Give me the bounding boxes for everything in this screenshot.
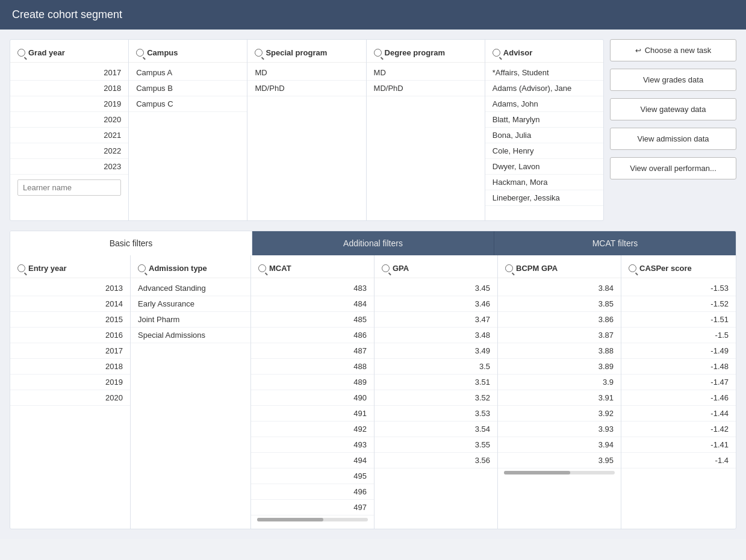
list-item[interactable]: -1.5 bbox=[621, 328, 736, 343]
gpa-label: GPA bbox=[393, 264, 409, 273]
bcpm-scrollbar-track[interactable] bbox=[504, 471, 615, 474]
view-grades-button[interactable]: View grades data bbox=[610, 69, 736, 91]
list-item[interactable]: -1.41 bbox=[621, 437, 736, 453]
list-item[interactable]: Adams (Advisor), Jane bbox=[485, 81, 603, 96]
list-item[interactable]: 3.91 bbox=[498, 390, 621, 406]
list-item[interactable]: -1.53 bbox=[621, 281, 736, 296]
list-item[interactable]: 483 bbox=[251, 281, 374, 296]
list-item[interactable]: 3.49 bbox=[375, 343, 497, 359]
list-item[interactable]: 2020 bbox=[10, 390, 130, 406]
list-item[interactable]: 3.84 bbox=[498, 281, 621, 296]
list-item[interactable]: 3.45 bbox=[375, 281, 497, 296]
choose-new-task-button[interactable]: ↩ Choose a new task bbox=[610, 39, 736, 61]
list-item[interactable]: Early Assurance bbox=[131, 296, 250, 312]
list-item[interactable]: 497 bbox=[251, 500, 374, 515]
list-item[interactable]: 2015 bbox=[10, 312, 130, 328]
list-item[interactable]: Lineberger, Jessika bbox=[485, 190, 603, 206]
list-item[interactable]: -1.46 bbox=[621, 390, 736, 406]
list-item[interactable]: MD/PhD bbox=[367, 81, 485, 96]
list-item[interactable]: 495 bbox=[251, 468, 374, 484]
casper-score-header: CASPer score bbox=[621, 260, 736, 278]
learner-name-input[interactable] bbox=[17, 179, 121, 196]
list-item[interactable]: 2018 bbox=[10, 359, 130, 375]
list-item[interactable]: 3.48 bbox=[375, 328, 497, 343]
list-item[interactable]: Special Admissions bbox=[131, 328, 250, 343]
list-item[interactable]: 491 bbox=[251, 406, 374, 422]
list-item[interactable]: 3.52 bbox=[375, 390, 497, 406]
list-item[interactable]: Hackman, Mora bbox=[485, 175, 603, 190]
tab-additional[interactable]: Additional filters bbox=[252, 231, 494, 255]
list-item[interactable]: 486 bbox=[251, 328, 374, 343]
list-item[interactable]: 3.87 bbox=[498, 328, 621, 343]
list-item[interactable]: 2019 bbox=[10, 96, 128, 112]
list-item[interactable]: Cole, Henry bbox=[485, 143, 603, 159]
list-item[interactable]: *Affairs, Student bbox=[485, 65, 603, 81]
list-item[interactable]: MD/PhD bbox=[247, 81, 365, 96]
list-item[interactable]: 3.55 bbox=[375, 437, 497, 453]
list-item[interactable]: 3.56 bbox=[375, 453, 497, 468]
list-item[interactable]: 490 bbox=[251, 390, 374, 406]
list-item[interactable]: Adams, John bbox=[485, 96, 603, 112]
list-item[interactable]: 3.85 bbox=[498, 296, 621, 312]
list-item[interactable]: 492 bbox=[251, 422, 374, 437]
list-item[interactable]: 2021 bbox=[10, 128, 128, 143]
list-item[interactable]: Campus B bbox=[129, 81, 247, 96]
list-item[interactable]: 2017 bbox=[10, 343, 130, 359]
list-item[interactable]: 3.46 bbox=[375, 296, 497, 312]
list-item[interactable]: 485 bbox=[251, 312, 374, 328]
list-item[interactable]: -1.44 bbox=[621, 406, 736, 422]
view-admission-button[interactable]: View admission data bbox=[610, 128, 736, 150]
gpa-header: GPA bbox=[375, 260, 497, 278]
list-item[interactable]: Campus A bbox=[129, 65, 247, 81]
list-item[interactable]: 3.93 bbox=[498, 422, 621, 437]
list-item[interactable]: 3.53 bbox=[375, 406, 497, 422]
list-item[interactable]: 2020 bbox=[10, 112, 128, 128]
list-item[interactable]: 484 bbox=[251, 296, 374, 312]
list-item[interactable]: -1.49 bbox=[621, 343, 736, 359]
list-item[interactable]: Bona, Julia bbox=[485, 128, 603, 143]
list-item[interactable]: 3.9 bbox=[498, 375, 621, 390]
tab-basic[interactable]: Basic filters bbox=[10, 231, 252, 255]
list-item[interactable]: 489 bbox=[251, 375, 374, 390]
list-item[interactable]: 3.92 bbox=[498, 406, 621, 422]
view-overall-button[interactable]: View overall performan... bbox=[610, 157, 736, 179]
list-item[interactable]: MD bbox=[247, 65, 365, 81]
list-item[interactable]: 3.54 bbox=[375, 422, 497, 437]
list-item[interactable]: 2013 bbox=[10, 281, 130, 296]
tab-mcat[interactable]: MCAT filters bbox=[494, 231, 736, 255]
list-item[interactable]: 2017 bbox=[10, 65, 128, 81]
list-item[interactable]: 3.5 bbox=[375, 359, 497, 375]
list-item[interactable]: Dwyer, Lavon bbox=[485, 159, 603, 175]
list-item[interactable]: 3.51 bbox=[375, 375, 497, 390]
list-item[interactable]: Blatt, Marylyn bbox=[485, 112, 603, 128]
list-item[interactable]: -1.47 bbox=[621, 375, 736, 390]
list-item[interactable]: Advanced Standing bbox=[131, 281, 250, 296]
list-item[interactable]: 487 bbox=[251, 343, 374, 359]
list-item[interactable]: 3.88 bbox=[498, 343, 621, 359]
list-item[interactable]: -1.4 bbox=[621, 453, 736, 468]
list-item[interactable]: Joint Pharm bbox=[131, 312, 250, 328]
list-item[interactable]: 493 bbox=[251, 437, 374, 453]
list-item[interactable]: 496 bbox=[251, 484, 374, 500]
list-item[interactable]: 3.47 bbox=[375, 312, 497, 328]
list-item[interactable]: 3.89 bbox=[498, 359, 621, 375]
mcat-scrollbar-track[interactable] bbox=[257, 518, 368, 521]
list-item[interactable]: 2023 bbox=[10, 159, 128, 175]
list-item[interactable]: 3.95 bbox=[498, 453, 621, 468]
view-gateway-button[interactable]: View gateway data bbox=[610, 98, 736, 120]
list-item[interactable]: 494 bbox=[251, 453, 374, 468]
list-item[interactable]: 2018 bbox=[10, 81, 128, 96]
list-item[interactable]: 2016 bbox=[10, 328, 130, 343]
list-item[interactable]: 488 bbox=[251, 359, 374, 375]
list-item[interactable]: Campus C bbox=[129, 96, 247, 112]
list-item[interactable]: 3.86 bbox=[498, 312, 621, 328]
list-item[interactable]: MD bbox=[367, 65, 485, 81]
list-item[interactable]: 2019 bbox=[10, 375, 130, 390]
list-item[interactable]: -1.48 bbox=[621, 359, 736, 375]
list-item[interactable]: -1.42 bbox=[621, 422, 736, 437]
list-item[interactable]: 2014 bbox=[10, 296, 130, 312]
list-item[interactable]: -1.52 bbox=[621, 296, 736, 312]
list-item[interactable]: -1.51 bbox=[621, 312, 736, 328]
list-item[interactable]: 3.94 bbox=[498, 437, 621, 453]
list-item[interactable]: 2022 bbox=[10, 143, 128, 159]
